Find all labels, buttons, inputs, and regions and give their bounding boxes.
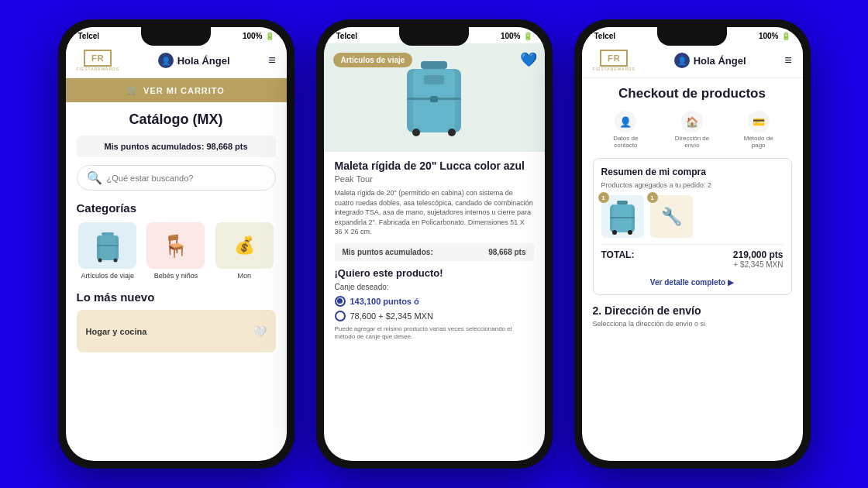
svg-rect-10	[424, 75, 444, 84]
note-text: Puede agregar el mismo producto varias v…	[335, 325, 534, 342]
phone1-content: Catálogo (MX) Mis puntos acumulados: 98,…	[66, 102, 287, 461]
cart-icon-1: 🛒	[127, 85, 139, 95]
cart-label-1: VER MI CARRITO	[143, 86, 225, 95]
svg-point-18	[612, 230, 617, 235]
radio-text-2: 78,600 + $2,345 MXN	[350, 311, 433, 321]
thumb-img-suitcase	[601, 195, 644, 238]
battery-3: 100%	[759, 32, 779, 40]
logo-3: FR FIESTAREWARDS	[593, 50, 636, 71]
cart-bar-1[interactable]: 🛒 VER MI CARRITO	[66, 78, 287, 102]
user-icon-3: 👤	[674, 53, 690, 68]
lo-nuevo-title-1: Lo más nuevo	[77, 290, 276, 304]
logo-box-1: FR	[84, 50, 112, 67]
svg-point-19	[628, 230, 632, 235]
svg-point-11	[412, 129, 420, 136]
carrier-2: Telcel	[336, 32, 358, 40]
arrow-icon: ▶	[728, 278, 734, 287]
categories-row-1: Artículos de viaje 🪑 Bebés y niños 💰 Mon	[77, 222, 276, 280]
thumb-knife: 1 🔧	[650, 195, 693, 238]
thumb-suitcase: 1	[601, 195, 644, 238]
notch-2	[399, 27, 469, 46]
thumb-badge-1: 1	[598, 192, 609, 203]
products-row: 1	[601, 195, 784, 238]
step-icon-address: 🏠	[681, 111, 703, 132]
points-value-1: 98,668 pts	[206, 142, 247, 151]
brand-name: Peak Tour	[335, 174, 534, 184]
thumb-badge-2: 1	[647, 192, 658, 203]
pts-acc-value-p2: 98,668 pts	[488, 248, 525, 256]
carrier-3: Telcel	[594, 32, 616, 40]
battery-icon-1: 🔋	[265, 32, 274, 40]
status-right-1: 100% 🔋	[243, 32, 274, 40]
product-tag: Artículos de viaje	[333, 53, 413, 67]
menu-icon-3[interactable]: ≡	[784, 53, 791, 67]
step-address: 🏠 Dirección de envío	[674, 111, 709, 149]
step-contact: 👤 Datos de contacto	[608, 111, 643, 149]
product-preview-label-1: Hogar y cocina	[86, 327, 147, 336]
radio-text-1: 143,100 puntos ó	[350, 297, 419, 306]
total-value: 219,000 pts + $2,345 MXN	[733, 249, 784, 269]
p3-content: Checkout de productos 👤 Datos de contact…	[582, 78, 803, 461]
step-icon-payment: 💳	[748, 111, 770, 132]
knife-icon: 🔧	[661, 207, 682, 227]
svg-rect-0	[102, 232, 114, 235]
radio-dot-2	[335, 311, 346, 321]
heart-icon-p2[interactable]: 💙	[520, 51, 537, 68]
points-box-1: Mis puntos acumulados: 98,668 pts	[77, 136, 276, 157]
search-icon-1: 🔍	[87, 170, 102, 185]
ver-detalle[interactable]: Ver detalle completo ▶	[601, 278, 784, 287]
step-label-address: Dirección de envío	[674, 135, 709, 149]
cat-item-travel[interactable]: Artículos de viaje	[77, 222, 139, 280]
baby-seat-icon: 🪑	[162, 233, 189, 259]
step-label-contact: Datos de contacto	[608, 135, 643, 149]
canje-label: Canje deseado:	[335, 283, 534, 291]
svg-rect-2	[100, 235, 115, 260]
svg-rect-13	[430, 96, 438, 102]
nav-bar-1: FR FIESTAREWARDS 👤 Hola Ángel ≡	[66, 43, 287, 78]
section2-title: 2. Dirección de envío	[593, 304, 792, 317]
cat-label-babies: Bebés y niños	[154, 272, 198, 280]
battery-icon-3: 🔋	[781, 32, 790, 40]
logo-1: FR FIESTAREWARDS	[77, 50, 120, 71]
cat-label-mon: Mon	[238, 272, 252, 280]
user-icon-1: 👤	[158, 53, 174, 68]
total-label: TOTAL:	[601, 249, 635, 260]
section2-subtitle: Selecciona la dirección de envío o si	[593, 320, 792, 328]
page-title-1: Catálogo (MX)	[77, 112, 276, 128]
want-product: ¡Quiero este producto!	[335, 267, 534, 279]
total-pts: 219,000 pts	[733, 249, 784, 260]
steps-row: 👤 Datos de contacto 🏠 Dirección de envío…	[593, 111, 792, 149]
product-hero: Artículos de viaje 💙	[324, 43, 545, 152]
svg-rect-3	[97, 245, 119, 246]
points-label-1: Mis puntos acumulados:	[104, 142, 204, 151]
status-right-3: 100% 🔋	[759, 32, 790, 40]
radio-dot-1	[335, 296, 346, 307]
cat-item-mon[interactable]: 💰 Mon	[213, 222, 275, 280]
radio-option-1[interactable]: 143,100 puntos ó	[335, 296, 534, 307]
step-label-payment: Método de pago	[741, 135, 776, 149]
notch-1	[141, 27, 211, 46]
p2-content: Maleta rígida de 20" Lucca color azul Pe…	[324, 152, 545, 461]
search-box-1[interactable]: 🔍	[77, 165, 276, 191]
svg-point-4	[98, 259, 102, 263]
cat-item-babies[interactable]: 🪑 Bebés y niños	[145, 222, 207, 280]
user-info-1: 👤 Hola Ángel	[158, 53, 230, 68]
summary-title: Resumen de mi compra	[601, 167, 784, 177]
product-desc: Maleta rígida de 20" (permitido en cabin…	[335, 188, 534, 237]
battery-icon-2: 🔋	[523, 32, 532, 40]
product-preview-1[interactable]: Hogar y cocina 🤍	[77, 310, 276, 352]
svg-point-12	[448, 129, 456, 136]
user-info-3: 👤 Hola Ángel	[674, 53, 746, 68]
search-input-1[interactable]	[107, 174, 266, 183]
svg-rect-14	[617, 201, 628, 204]
user-greeting-3: Hola Ángel	[694, 55, 746, 67]
user-greeting-1: Hola Ángel	[177, 55, 230, 67]
cat-img-travel	[78, 222, 136, 269]
pts-acc-label-p2: Mis puntos acumulados:	[343, 248, 433, 256]
radio-option-2[interactable]: 78,600 + $2,345 MXN	[335, 311, 534, 321]
logo-box-3: FR	[600, 50, 628, 67]
thumb-suitcase-svg	[607, 198, 638, 235]
total-mxn: + $2,345 MXN	[733, 260, 784, 269]
menu-icon-1[interactable]: ≡	[268, 53, 275, 67]
svg-rect-17	[610, 217, 635, 218]
